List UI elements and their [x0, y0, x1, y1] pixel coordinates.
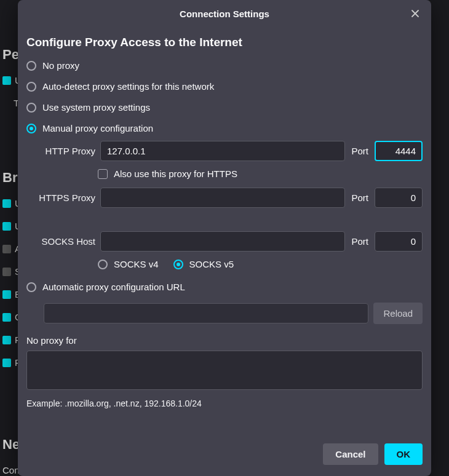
- close-icon: [411, 9, 419, 18]
- radio-icon: [98, 260, 108, 269]
- http-proxy-port-input[interactable]: [375, 141, 423, 161]
- http-proxy-row: HTTP Proxy Port: [26, 141, 423, 161]
- port-label: Port: [350, 236, 370, 247]
- pac-url-row: Reload: [44, 303, 423, 324]
- radio-icon: [173, 260, 183, 269]
- dialog-title: Connection Settings: [180, 9, 269, 19]
- radio-label: No proxy: [42, 60, 79, 71]
- radio-label: Manual proxy configuration: [42, 123, 153, 133]
- no-proxy-for-label: No proxy for: [26, 335, 423, 346]
- section-heading: Configure Proxy Access to the Internet: [26, 36, 423, 49]
- radio-icon: [26, 103, 36, 113]
- checkbox-icon: [98, 169, 108, 179]
- radio-auto-config-url[interactable]: Automatic proxy configuration URL: [26, 282, 423, 292]
- radio-label: Use system proxy settings: [42, 102, 150, 113]
- https-proxy-host-input[interactable]: [100, 188, 345, 208]
- socks-host-input[interactable]: [100, 231, 345, 252]
- http-proxy-label: HTTP Proxy: [26, 146, 95, 156]
- reload-button[interactable]: Reload: [373, 303, 423, 324]
- socks-host-label: SOCKS Host: [26, 236, 95, 247]
- radio-icon: [26, 82, 36, 92]
- no-proxy-example: Example: .mozilla.org, .net.nz, 192.168.…: [26, 399, 423, 408]
- radio-socks-v4[interactable]: SOCKS v4: [98, 259, 159, 269]
- radio-icon: [26, 61, 36, 71]
- close-button[interactable]: [407, 5, 424, 22]
- connection-settings-dialog: Connection Settings Configure Proxy Acce…: [18, 0, 431, 476]
- radio-socks-v5[interactable]: SOCKS v5: [173, 259, 234, 269]
- dialog-titlebar: Connection Settings: [18, 0, 431, 27]
- pac-url-input[interactable]: [44, 303, 368, 323]
- radio-label: Auto-detect proxy settings for this netw…: [42, 81, 214, 92]
- radio-label: SOCKS v4: [114, 259, 159, 269]
- ok-button[interactable]: OK: [384, 443, 423, 465]
- dialog-body: Configure Proxy Access to the Internet N…: [18, 27, 431, 436]
- socks-host-row: SOCKS Host Port: [26, 231, 423, 252]
- no-proxy-for-textarea[interactable]: [26, 351, 423, 390]
- https-proxy-row: HTTPS Proxy Port: [26, 188, 423, 208]
- radio-manual-proxy[interactable]: Manual proxy configuration: [26, 123, 423, 133]
- radio-label: Automatic proxy configuration URL: [42, 282, 185, 292]
- https-proxy-port-input[interactable]: [375, 188, 423, 208]
- socks-version-radiogroup: SOCKS v4 SOCKS v5: [98, 259, 423, 269]
- https-proxy-label: HTTPS Proxy: [26, 192, 95, 203]
- port-label: Port: [350, 146, 370, 156]
- dialog-footer: Cancel OK: [18, 436, 431, 476]
- cancel-button[interactable]: Cancel: [323, 443, 378, 465]
- also-use-https-checkbox[interactable]: Also use this proxy for HTTPS: [98, 169, 423, 179]
- socks-port-input[interactable]: [375, 231, 423, 252]
- radio-icon: [26, 282, 36, 292]
- radio-system-proxy[interactable]: Use system proxy settings: [26, 102, 423, 113]
- checkbox-label: Also use this proxy for HTTPS: [114, 169, 237, 179]
- proxy-mode-radiogroup: No proxy Auto-detect proxy settings for …: [26, 60, 423, 133]
- radio-no-proxy[interactable]: No proxy: [26, 60, 423, 71]
- http-proxy-host-input[interactable]: [100, 141, 345, 161]
- radio-icon: [26, 124, 36, 133]
- port-label: Port: [350, 192, 370, 203]
- radio-auto-detect[interactable]: Auto-detect proxy settings for this netw…: [26, 81, 423, 92]
- radio-label: SOCKS v5: [189, 259, 234, 269]
